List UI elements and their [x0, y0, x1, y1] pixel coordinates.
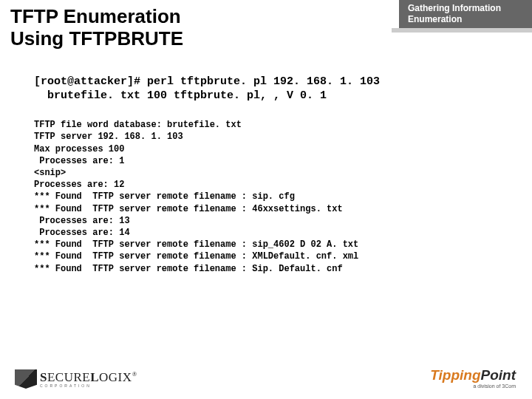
brand-a: S [40, 370, 47, 384]
securelogix-text: SECURELOGIX® CORPORATION [40, 370, 137, 388]
slide-header: TFTP Enumeration Using TFTPBRUTE Gatheri… [0, 0, 532, 50]
cmd-line1: [root@attacker]# perl tftpbrute. pl 192.… [34, 75, 380, 88]
tab-line2: Enumeration [408, 14, 462, 24]
brand-d: OGIX [99, 370, 132, 384]
slide-footer: SECURELOGIX® CORPORATION TippingPoint a … [0, 368, 532, 389]
tippingpoint-logo: TippingPoint a division of 3Com [430, 368, 516, 389]
securelogix-mark-icon [15, 369, 37, 389]
title-line1: TFTP Enumeration [10, 5, 181, 27]
out-l10: Processes are: 14 [34, 228, 130, 238]
securelogix-logo: SECURELOGIX® CORPORATION [15, 369, 137, 389]
slide-title: TFTP Enumeration Using TFTPBRUTE [0, 0, 399, 50]
title-line2: Using TFTPBRUTE [10, 27, 183, 50]
out-l8: *** Found TFTP server remote filename : … [34, 204, 343, 214]
tp-sub: a division of 3Com [430, 383, 516, 389]
cmd-line2: brutefile. txt 100 tftpbrute. pl, , V 0.… [34, 89, 327, 102]
tab-line1: Gathering Information [408, 3, 501, 13]
out-l3: Max processes 100 [34, 144, 124, 154]
out-l7: *** Found TFTP server remote filename : … [34, 191, 295, 202]
terminal-command: [root@attacker]# perl tftpbrute. pl 192.… [34, 75, 532, 103]
out-l4: Processes are: 1 [34, 156, 124, 166]
out-l11: *** Found TFTP server remote filename : … [34, 239, 358, 250]
brand-c: L [90, 370, 99, 384]
out-l1: TFTP file word database: brutefile. txt [34, 120, 242, 130]
brand-b: ECURE [47, 370, 90, 384]
out-l13: *** Found TFTP server remote filename : … [34, 264, 343, 274]
tp-a: Tipping [430, 367, 480, 383]
out-l12: *** Found TFTP server remote filename : … [34, 251, 358, 262]
out-l6: Processes are: 12 [34, 180, 124, 190]
out-l5: <snip> [34, 168, 66, 178]
section-tab: Gathering Information Enumeration [399, 0, 532, 28]
tp-b: Point [481, 367, 516, 383]
brand-reg: ® [132, 370, 137, 378]
terminal-output: TFTP file word database: brutefile. txt … [34, 119, 532, 274]
out-l2: TFTP server 192. 168. 1. 103 [34, 132, 183, 142]
out-l9: Processes are: 13 [34, 216, 130, 226]
